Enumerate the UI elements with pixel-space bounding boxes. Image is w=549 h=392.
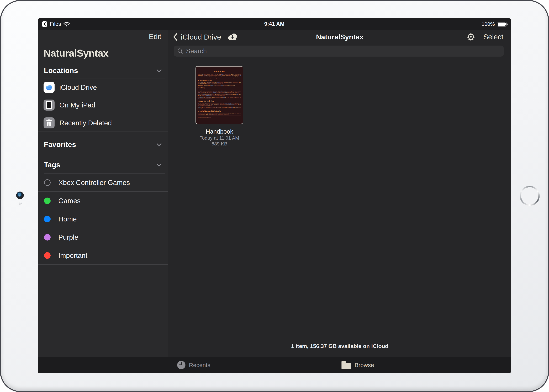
battery-status: 100% [482, 18, 506, 30]
navigation-bar: iCloud Drive NaturalSyntax ⚙ Se [168, 30, 511, 44]
favorites-header-label: Favorites [44, 140, 156, 149]
front-camera [16, 191, 24, 199]
magnifier-icon [177, 48, 183, 54]
screen: Files 9:41 AM 100% Edit NaturalSyntax [38, 18, 511, 373]
sidebar-item-on-my-ipad[interactable]: On My iPad [38, 97, 168, 114]
gear-icon[interactable]: ⚙ [466, 32, 475, 42]
tag-label: Home [58, 215, 77, 223]
page-title: NaturalSyntax [168, 30, 511, 44]
sidebar-section-favorites[interactable]: Favorites [38, 140, 168, 150]
locations-header-label: Locations [44, 67, 156, 75]
tag-label: Games [58, 197, 80, 205]
clock-icon [177, 361, 186, 369]
tag-color-dot [44, 234, 51, 240]
tag-label: Purple [58, 233, 78, 241]
file-size: 689 KB [185, 141, 254, 147]
sidebar-tag-purple[interactable]: Purple [38, 229, 168, 246]
tag-color-dot [44, 216, 51, 222]
document-thumbnail-content: HandbookWelcome to Natural Syntax, withi… [196, 67, 243, 124]
tag-label: Xbox Controller Games [58, 179, 130, 187]
tab-recents[interactable]: Recents [177, 361, 210, 369]
search-bar[interactable] [174, 46, 504, 56]
chevron-down-icon [156, 163, 162, 166]
sidebar-item-label: On My iPad [59, 101, 95, 109]
search-input[interactable] [186, 47, 500, 55]
main-pane: iCloud Drive NaturalSyntax ⚙ Se [168, 30, 511, 357]
sidebar-item-icloud-drive[interactable]: iCloud Drive [38, 79, 168, 96]
sidebar-section-tags[interactable]: Tags [38, 160, 168, 170]
chevron-down-icon [156, 69, 162, 72]
light-sensor [19, 202, 22, 205]
sidebar-section-locations[interactable]: Locations [38, 65, 168, 76]
ipad-screenshot: Files 9:41 AM 100% Edit NaturalSyntax [0, 0, 549, 392]
file-modified-date: Today at 11:01 AM [185, 135, 254, 141]
sidebar-item-label: iCloud Drive [59, 84, 97, 91]
sidebar-tag-important[interactable]: Important [38, 247, 168, 265]
sidebar: Edit NaturalSyntax Locations [38, 30, 168, 357]
tab-label: Recents [189, 362, 210, 368]
home-button[interactable] [520, 186, 540, 206]
folder-icon [341, 363, 351, 369]
tab-bar: Recents Browse [38, 357, 511, 373]
item-count-summary: 1 item, 156.37 GB available on iCloud [168, 343, 511, 349]
tab-label: Browse [354, 362, 374, 368]
file-name: Handbook [185, 128, 254, 135]
status-bar: Files 9:41 AM 100% [38, 18, 511, 30]
clock-time: 9:41 AM [38, 21, 511, 27]
icloud-drive-icon [43, 82, 55, 93]
document-thumbnail: HandbookWelcome to Natural Syntax, withi… [195, 66, 243, 124]
tag-color-dot [44, 179, 51, 186]
tags-header-label: Tags [44, 161, 156, 169]
sidebar-tag-xbox-controller-games[interactable]: Xbox Controller Games [38, 174, 168, 192]
tag-label: Important [58, 252, 87, 259]
tag-color-dot [44, 252, 51, 259]
chevron-down-icon [156, 143, 162, 146]
sidebar-tag-home[interactable]: Home [38, 210, 168, 228]
sidebar-item-label: Recently Deleted [59, 119, 112, 127]
battery-percent: 100% [482, 21, 495, 27]
trash-icon [43, 117, 55, 128]
select-button[interactable]: Select [483, 33, 503, 41]
battery-icon [497, 22, 506, 27]
tab-browse[interactable]: Browse [341, 361, 374, 369]
tag-color-dot [44, 197, 51, 204]
sidebar-item-recently-deleted[interactable]: Recently Deleted [38, 114, 168, 132]
ipad-icon [43, 99, 55, 111]
sidebar-tag-games[interactable]: Games [38, 192, 168, 210]
sidebar-app-title: NaturalSyntax [43, 47, 108, 59]
toolbar-actions: ⚙ Select [466, 30, 503, 44]
edit-button[interactable]: Edit [149, 33, 161, 41]
